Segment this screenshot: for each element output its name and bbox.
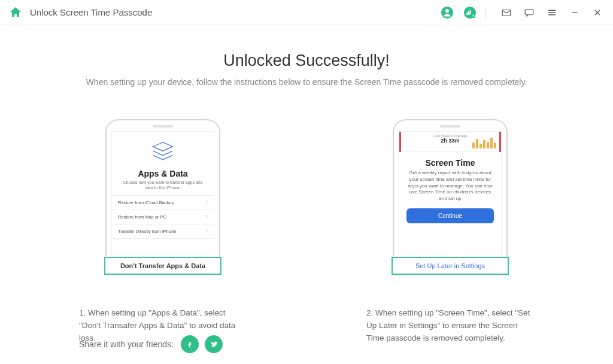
main-content: Unlocked Successfully! When setting up y…	[0, 25, 613, 345]
phone2-highlight-button: Set Up Later in Settings	[392, 257, 509, 275]
phone1-option: Restore from iCloud Backup	[112, 196, 214, 210]
phone2-desc: Get a weekly report with insights about …	[399, 168, 501, 207]
titlebar: Unlock Screen Time Passcode	[0, 0, 613, 25]
step-2-column: Last Week's Average 2h 33m Screen Time G…	[363, 119, 537, 345]
svg-point-1	[445, 9, 449, 13]
share-row: Share it with your friends:	[79, 335, 229, 353]
share-facebook-button[interactable]	[181, 335, 199, 353]
screentime-stat-bar: Last Week's Average 2h 33m	[399, 132, 501, 152]
phone1-highlight-button: Don't Transfer Apps & Data	[104, 257, 221, 275]
page-heading: Unlocked Successfully!	[0, 51, 613, 70]
phone-mockup-2: Last Week's Average 2h 33m Screen Time G…	[393, 119, 508, 258]
page-subheading: When setting up your device, follow the …	[0, 77, 613, 87]
home-icon[interactable]	[8, 5, 23, 20]
step-2-caption: 2. When setting up "Screen Time", select…	[366, 307, 534, 345]
window-title: Unlock Screen Time Passcode	[30, 7, 152, 17]
share-twitter-button[interactable]	[205, 335, 223, 353]
phone1-option: Transfer Directly from iPhone	[112, 225, 214, 239]
separator	[485, 7, 486, 19]
layers-icon	[150, 140, 176, 164]
mail-icon[interactable]	[499, 5, 514, 20]
menu-icon[interactable]	[545, 5, 559, 20]
minimize-icon[interactable]	[568, 5, 582, 20]
bar-chart-icon	[472, 135, 496, 148]
feedback-icon[interactable]	[522, 5, 536, 20]
account-icon[interactable]	[440, 5, 454, 20]
phone2-title: Screen Time	[399, 158, 501, 168]
step-1-column: Apps & Data Choose how you want to trans…	[76, 119, 250, 345]
phone1-title: Apps & Data	[112, 169, 214, 178]
svg-rect-5	[525, 9, 533, 14]
phone1-subtitle: Choose how you want to transfer apps and…	[112, 178, 214, 195]
phone-mockup-1: Apps & Data Choose how you want to trans…	[105, 119, 220, 258]
phone1-option: Restore from Mac or PC	[112, 210, 214, 225]
music-icon[interactable]	[463, 5, 477, 20]
close-icon[interactable]	[590, 5, 605, 20]
continue-button: Continue	[406, 208, 494, 223]
share-label: Share it with your friends:	[79, 339, 174, 349]
